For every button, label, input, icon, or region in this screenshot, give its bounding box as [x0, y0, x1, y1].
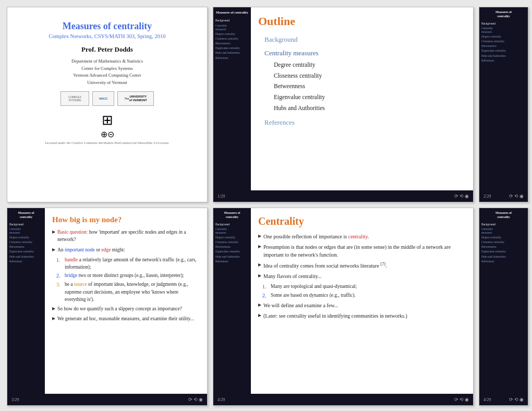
slide2b-sidebar-references[interactable]: References — [481, 59, 526, 63]
outline-references: References — [264, 118, 466, 127]
outline-background: Background — [264, 35, 466, 44]
slide4b-sidebar-references[interactable]: References — [481, 260, 526, 263]
bullet-generate: ▶ We generate ad hoc, reasonable measure… — [52, 315, 200, 322]
highlight-centrality-link: centrality — [348, 234, 368, 239]
slide3-sub-bullets: 1. handle a relatively large amount of t… — [56, 256, 200, 303]
bullet-define: ▶ We will define and examine a few... — [258, 301, 466, 309]
highlight-basic-question: Basic question: — [57, 229, 88, 235]
slide4b-sidebar-eigenvalue[interactable]: Eigenvalue centrality — [481, 250, 526, 253]
slide2b-sidebar-hubs[interactable]: Hubs and Authorities — [481, 54, 526, 58]
slide2b-sidebar-background[interactable]: Background — [481, 22, 526, 26]
slide4-sidebar-closeness[interactable]: Closeness centrality — [215, 240, 249, 244]
sub-bullet-bridge: 2. bridge two or more distinct groups (e… — [56, 272, 200, 280]
bullet-presumption: ▶ Presumption is that nodes or edges tha… — [258, 243, 466, 259]
bullet-basic-question: ▶ Basic question: how 'important' are sp… — [52, 228, 200, 244]
slide3-sidebar-closeness[interactable]: Closeness centrality — [9, 240, 43, 244]
slide2-sidebar: Measures of centrality Background Centra… — [213, 7, 251, 190]
slide4-sidebar-background[interactable]: Background — [215, 223, 249, 226]
slide4-controls[interactable]: ⟳ ⟲ ◉ — [454, 397, 469, 402]
highlight-bridge: bridge — [65, 273, 77, 278]
slide3-sidebar-centrality[interactable]: Centralitymeasures — [9, 227, 43, 235]
outline-centrality-section: Centrality measures Degree centrality Cl… — [264, 49, 466, 113]
slide4b-sidebar-hubs[interactable]: Hubs and Authorities — [481, 255, 526, 259]
sidebar-item-degree[interactable]: Degree centrality — [215, 32, 249, 36]
slide3-bullets: ▶ Basic question: how 'important' are sp… — [52, 228, 200, 323]
slide2-footer: 1/29 ⟳ ⟲ ◉ — [213, 190, 473, 202]
bullet-quantify: ▶ So how do we quantify such a slippery … — [52, 305, 200, 312]
slide4-sidebar-centrality[interactable]: Centralitymeasures — [215, 227, 249, 235]
sub-bullet-topological: 1. Many are topological and quasi-dynami… — [262, 283, 466, 291]
slide3-sidebar-hubs[interactable]: Hubs and Authorities — [9, 255, 43, 259]
sidebar-item-background[interactable]: Background — [215, 19, 249, 22]
slide2b-sidebar: Measures ofcentrality Background Central… — [479, 7, 528, 190]
slide3-content: How big is my node? ▶ Basic question: ho… — [45, 208, 207, 394]
slide1-author: Prof. Peter Dodds — [81, 45, 133, 54]
slide3-sidebar-title: Measures ofcentrality — [9, 211, 43, 220]
bullet-important-node: ▶ An important node or edge might: — [52, 246, 200, 253]
slide4-sidebar-references[interactable]: References — [215, 260, 249, 263]
outline-sub-items: Degree centrality Closeness centrality B… — [274, 59, 466, 113]
outline-centrality-title: Centrality measures — [264, 49, 466, 57]
slide1-content: Measures of centrality Complex Networks,… — [7, 7, 207, 202]
slide4-sub-bullets: 1. Many are topological and quasi-dynami… — [262, 283, 466, 299]
slide2b-sidebar-title: Measures ofcentrality — [481, 10, 526, 19]
sub-bullet-handle: 1. handle a relatively large amount of t… — [56, 256, 200, 271]
highlight-edge: edge — [101, 247, 111, 252]
slide1-subtitle: Complex Networks, CSYS/MATH 303, Spring,… — [49, 33, 165, 39]
sidebar-item-hubs[interactable]: Hubs and Authorities — [215, 51, 249, 55]
slide3-page: 3/29 — [11, 397, 19, 402]
slide4-sidebar-degree[interactable]: Degree centrality — [215, 236, 249, 239]
slide4b-sidebar-closeness[interactable]: Closeness centrality — [481, 240, 526, 244]
slide2b-controls[interactable]: ⟳ ⟲ ◉ — [509, 194, 524, 199]
slide4-sidebar-hubs[interactable]: Hubs and Authorities — [215, 255, 249, 259]
logo-complex: COMPLEXSYSTEMS — [61, 91, 89, 106]
slide4-sidebar-title: Measures ofcentrality — [215, 211, 249, 220]
slide2b-sidebar-centrality[interactable]: Centralitymeasures — [481, 27, 526, 34]
slide4-sidebar-betweenness[interactable]: Betweenness — [215, 245, 249, 249]
sidebar-item-centrality[interactable]: Centralitymeasures — [215, 24, 249, 31]
sidebar-item-references[interactable]: References — [215, 56, 249, 60]
slide4b-sidebar: Measures ofcentrality Background Central… — [479, 208, 528, 394]
slide4b-sidebar-betweenness[interactable]: Betweenness — [481, 245, 526, 249]
slide2b-footer: 2/29 ⟳ ⟲ ◉ — [479, 190, 528, 202]
slide4b-sidebar-degree[interactable]: Degree centrality — [481, 236, 526, 239]
slide4b-sidebar-centrality[interactable]: Centralitymeasures — [481, 227, 526, 235]
slide1-dept: Department of Mathematics & Statistics C… — [71, 58, 143, 86]
slide4b-sidebar-background[interactable]: Background — [481, 223, 526, 226]
slide4b-controls[interactable]: ⟳ ⟲ ◉ — [509, 397, 524, 402]
sub-bullet-dynamics: 2. Some are based on dynamics (e.g., tra… — [262, 292, 466, 299]
slide2-title: Outline — [258, 15, 466, 28]
slide2b-sidebar-betweenness[interactable]: Betweenness — [481, 44, 526, 48]
slide4-footer: 4/29 ⟳ ⟲ ◉ — [213, 394, 473, 405]
highlight-source: source — [74, 282, 87, 287]
slide3-sidebar-background[interactable]: Background — [9, 223, 43, 226]
bullet-flavors: ▶ Many flavors of centrality... — [258, 272, 466, 280]
slide3-sidebar-degree[interactable]: Degree centrality — [9, 236, 43, 239]
slide4-title: Centrality — [258, 215, 466, 227]
slide3-sidebar-betweenness[interactable]: Betweenness — [9, 245, 43, 249]
slide4-sidebar: Measures ofcentrality Background Central… — [213, 208, 251, 394]
slide2b-sidebar-degree[interactable]: Degree centrality — [481, 35, 526, 39]
slide4-page: 4/29 — [217, 397, 225, 402]
logo-uvm: TheUNIVERSITYof VERMONT — [117, 91, 154, 106]
slide2-controls[interactable]: ⟳ ⟲ ◉ — [454, 194, 469, 199]
slide4b-sidebar-title: Measures ofcentrality — [481, 211, 526, 220]
sidebar-item-betweenness[interactable]: Betweenness — [215, 42, 249, 45]
slide1-title: Measures of centrality — [63, 21, 152, 32]
slide2b-sidebar-eigenvalue[interactable]: Eigenvalue centrality — [481, 49, 526, 53]
bullet-later: ▶ (Later: see centrality useful in ident… — [258, 312, 466, 320]
slide4-content: Centrality ▶ One possible reflection of … — [251, 208, 473, 394]
highlight-handle: handle — [65, 257, 78, 262]
sidebar-item-closeness[interactable]: Closeness centrality — [215, 37, 249, 41]
slide3-footer: 3/29 ⟳ ⟲ ◉ — [7, 394, 207, 405]
slide2-page: 1/29 — [217, 194, 225, 199]
slide4-sidebar-eigenvalue[interactable]: Eigenvalue centrality — [215, 250, 249, 253]
slide2b-sidebar-closeness[interactable]: Closeness centrality — [481, 40, 526, 43]
slide3-sidebar-eigenvalue[interactable]: Eigenvalue centrality — [9, 250, 43, 253]
slide1-cc: ⊕⊝ — [101, 129, 114, 139]
slide1-license: Licensed under the Creative Commons Attr… — [45, 141, 170, 144]
sidebar-item-eigenvalue[interactable]: Eigenvalue centrality — [215, 46, 249, 50]
logo-vacc: VACC — [92, 91, 114, 106]
slide3-controls[interactable]: ⟳ ⟲ ◉ — [188, 397, 203, 402]
slide3-sidebar-references[interactable]: References — [9, 260, 43, 263]
